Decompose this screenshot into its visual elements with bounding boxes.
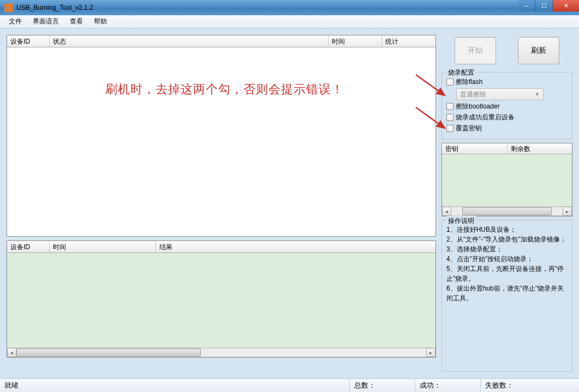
overwrite-key-row[interactable]: 覆盖密钥 [446,124,568,133]
window-controls: ─ ☐ ✕ [518,0,579,11]
erase-bootloader-label: 擦除bootloader [456,102,500,111]
checkbox-icon[interactable] [446,103,453,110]
key-body [442,154,572,206]
instruction-line: 3、选择烧录配置； [446,244,568,254]
col-time[interactable]: 时间 [329,35,382,47]
result-scrollbar[interactable]: ◂ ▸ [7,347,435,357]
col2-device-id[interactable]: 设备ID [7,241,50,252]
menu-language[interactable]: 界面语言 [27,15,64,28]
key-scrollbar[interactable]: ◂ ▸ [442,206,572,216]
key-header: 密钥 剩余数 [442,143,572,154]
erase-mode-select[interactable]: 普通擦除 ▼ [456,88,544,100]
col2-result[interactable]: 结果 [156,241,435,252]
scroll-right-icon[interactable]: ▸ [563,207,572,216]
col-status[interactable]: 状态 [50,35,329,47]
start-button[interactable]: 开始 [455,37,496,64]
col2-time[interactable]: 时间 [50,241,156,252]
burn-config-title: 烧录配置 [446,68,476,77]
scroll-thumb[interactable] [462,207,551,215]
status-total: 总数： [349,379,415,392]
instruction-line: 1、连接好HUB及设备； [446,225,568,234]
result-body [7,253,435,347]
maximize-button[interactable]: ☐ [535,0,553,11]
col-key[interactable]: 密钥 [442,143,508,154]
app-icon [4,3,13,12]
checkbox-icon[interactable] [446,114,453,121]
device-status-body: 刷机时，去掉这两个勾，否则会提示错误！ [7,47,435,236]
chevron-down-icon: ▼ [535,92,540,97]
statusbar: 就绪 总数： 成功： 失败数： [0,378,579,392]
erase-bootloader-row[interactable]: 擦除bootloader [446,102,568,111]
erase-mode-value: 普通擦除 [460,90,486,99]
device-status-header: 设备ID 状态 时间 统计 [7,35,435,47]
scroll-track[interactable] [16,348,426,357]
checkbox-icon[interactable] [446,79,453,86]
menu-view[interactable]: 查看 [64,15,88,28]
status-fail: 失败数： [480,379,579,392]
erase-flash-label: 擦除flash [456,77,482,87]
instructions-box: 操作说明 1、连接好HUB及设备； 2、从"文件"-"导入烧录包"加载烧录镜像；… [441,220,572,372]
device-status-table: 设备ID 状态 时间 统计 刷机时，去掉这两个勾，否则会提示错误！ [7,35,436,237]
col-device-id[interactable]: 设备ID [7,35,50,47]
col-remaining[interactable]: 剩余数 [508,143,572,154]
right-column: 开始 刷新 烧录配置 擦除flash 普通擦除 ▼ 擦除bootloader 烧… [441,35,572,372]
instructions-title: 操作说明 [446,216,476,226]
annotation-text: 刷机时，去掉这两个勾，否则会提示错误！ [105,81,344,98]
instruction-line: 6、拔出外置hub前，请先"停止"烧录并关闭工具。 [446,284,568,303]
reboot-after-label: 烧录成功后重启设备 [456,113,515,122]
instruction-line: 2、从"文件"-"导入烧录包"加载烧录镜像； [446,234,568,244]
minimize-button[interactable]: ─ [518,0,535,11]
instruction-line: 4、点击"开始"按钮启动烧录； [446,254,568,264]
content-area: 设备ID 状态 时间 统计 刷机时，去掉这两个勾，否则会提示错误！ 设备ID 时… [0,28,579,378]
result-table: 设备ID 时间 结果 ◂ ▸ [7,240,436,358]
burn-config-group: 烧录配置 擦除flash 普通擦除 ▼ 擦除bootloader 烧录成功后重启… [441,72,572,140]
scroll-track[interactable] [451,207,563,216]
action-buttons: 开始 刷新 [441,35,572,69]
status-success: 成功： [415,379,480,392]
reboot-after-row[interactable]: 烧录成功后重启设备 [446,113,568,122]
titlebar: USB_Burning_Tool_v2.1.2 ─ ☐ ✕ [0,0,579,15]
window-title: USB_Burning_Tool_v2.1.2 [16,4,93,11]
menu-help[interactable]: 帮助 [88,15,112,28]
refresh-button[interactable]: 刷新 [518,37,559,64]
key-table: 密钥 剩余数 ◂ ▸ [441,143,572,216]
status-ready: 就绪 [0,379,349,392]
checkbox-icon[interactable] [446,125,453,132]
result-header: 设备ID 时间 结果 [7,241,435,253]
left-column: 设备ID 状态 时间 统计 刷机时，去掉这两个勾，否则会提示错误！ 设备ID 时… [7,35,436,372]
col-stats[interactable]: 统计 [382,35,435,47]
scroll-left-icon[interactable]: ◂ [7,348,16,357]
scroll-left-icon[interactable]: ◂ [442,207,451,216]
instruction-line: 5、关闭工具前，先断开设备连接，再"停止"烧录。 [446,264,568,284]
overwrite-key-label: 覆盖密钥 [456,124,482,133]
menubar: 文件 界面语言 查看 帮助 [0,15,579,28]
erase-flash-row[interactable]: 擦除flash [446,77,568,87]
scroll-thumb[interactable] [16,348,201,357]
menu-file[interactable]: 文件 [3,15,27,28]
close-button[interactable]: ✕ [553,0,579,11]
scroll-right-icon[interactable]: ▸ [426,348,435,357]
